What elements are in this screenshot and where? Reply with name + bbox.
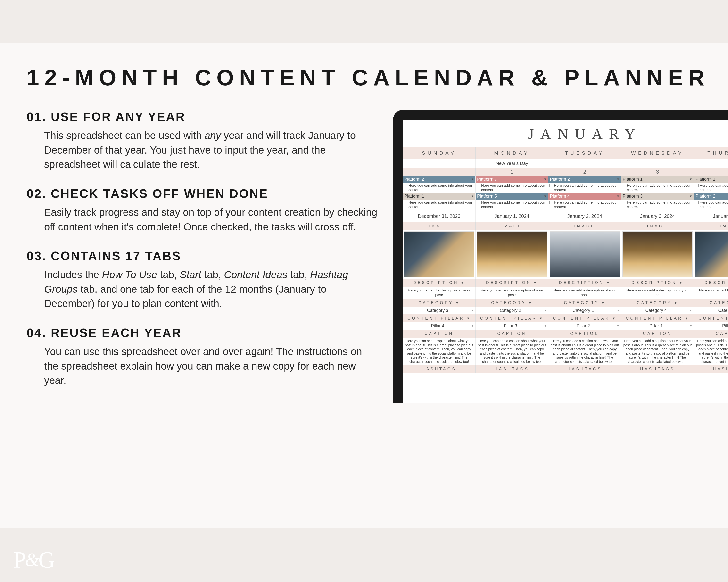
platform-dropdown[interactable]: Platform 3▼ xyxy=(621,193,694,200)
platform-cell: Platform 2▼Here you can add some info ab… xyxy=(403,176,476,193)
platform-cell: Platform 2▼Here you can add some info ab… xyxy=(694,193,728,210)
section-header: IMAGE xyxy=(403,222,476,230)
desc-row: Here you can add a description of your p… xyxy=(403,287,728,299)
task-checkbox[interactable] xyxy=(549,201,553,204)
feature-3: 03. CONTAINS 17 TABS Includes the How To… xyxy=(27,249,379,311)
description-cell: Here you can add a description of your p… xyxy=(621,287,694,299)
platform-cell: Platform 1▼Here you can add some info ab… xyxy=(621,176,694,193)
section-header: CAPTION xyxy=(548,330,621,337)
task-checkbox[interactable] xyxy=(404,184,408,188)
pillar-dropdown[interactable]: Pillar 4▼ xyxy=(403,322,476,330)
feature-1: 01. USE FOR ANY YEAR This spreadsheet ca… xyxy=(27,110,379,172)
desc-header-row: DESCRIPTION ▾DESCRIPTION ▾DESCRIPTION ▾D… xyxy=(403,279,728,287)
section-header: DESCRIPTION ▾ xyxy=(621,279,694,287)
platform-dropdown[interactable]: Platform 7▼ xyxy=(476,176,548,183)
platform-dropdown[interactable]: Platform 1▼ xyxy=(403,193,475,200)
section-header: HASHTAGS xyxy=(694,365,728,373)
platform-cell: Platform 1▼Here you can add some info ab… xyxy=(694,176,728,193)
bottom-band: P&G xyxy=(0,528,728,582)
thumbnail xyxy=(477,231,547,277)
page-content: 12-MONTH CONTENT CALENDAR & PLANNER 01. … xyxy=(0,43,728,528)
category-dropdown[interactable]: Category 3▼ xyxy=(403,307,476,314)
platform-cell: Platform 1▼Here you can add some info ab… xyxy=(403,193,476,210)
section-header: CONTENT PILLAR ▾ xyxy=(621,314,694,322)
task-checkbox[interactable] xyxy=(622,184,626,188)
image-header-row: IMAGEIMAGEIMAGEIMAGEIMAGE xyxy=(403,222,728,230)
top-band xyxy=(0,0,728,43)
chevron-down-icon: ▼ xyxy=(544,324,547,328)
platform-cell: Platform 2▼Here you can add some info ab… xyxy=(548,176,621,193)
chevron-down-icon: ▼ xyxy=(689,194,692,198)
task-checkbox[interactable] xyxy=(404,201,408,204)
platform-dropdown[interactable]: Platform 2▼ xyxy=(548,176,621,183)
caption-cell: Here you can add a caption about what yo… xyxy=(694,337,728,365)
feature-body: Includes the How To Use tab, Start tab, … xyxy=(27,268,379,311)
content-row: 01. USE FOR ANY YEAR This spreadsheet ca… xyxy=(27,100,728,403)
task-checkbox[interactable] xyxy=(695,201,699,204)
info-text: Here you can add some info about your co… xyxy=(700,183,728,192)
platform-dropdown[interactable]: Platform 1▼ xyxy=(621,176,694,183)
feature-body: Easily track progress and stay on top of… xyxy=(27,205,379,234)
platform-cell: Platform 7▼Here you can add some info ab… xyxy=(476,176,548,193)
laptop-screen: JANUARY SUNDAY MONDAY TUESDAY WEDNESDAY … xyxy=(393,110,728,403)
chevron-down-icon: ▼ xyxy=(689,177,692,181)
section-header: CAPTION xyxy=(476,330,548,337)
section-header: CAPTION xyxy=(694,330,728,337)
section-header: DESCRIPTION ▾ xyxy=(694,279,728,287)
section-header: IMAGE xyxy=(694,222,728,230)
description-cell: Here you can add a description of your p… xyxy=(548,287,621,299)
task-checkbox[interactable] xyxy=(476,184,480,188)
task-checkbox[interactable] xyxy=(695,184,699,188)
info-text: Here you can add some info about your co… xyxy=(700,200,728,209)
platform-dropdown[interactable]: Platform 2▼ xyxy=(694,193,728,200)
pillar-header-row: CONTENT PILLAR ▾CONTENT PILLAR ▾CONTENT … xyxy=(403,314,728,322)
section-header: CAPTION xyxy=(621,330,694,337)
chevron-down-icon: ▼ xyxy=(471,324,474,328)
caption-cell: Here you can add a caption about what yo… xyxy=(403,337,476,365)
task-checkbox[interactable] xyxy=(549,184,553,188)
platform-dropdown[interactable]: Platform 5▼ xyxy=(476,193,548,200)
category-dropdown[interactable]: Category 4▼ xyxy=(621,307,694,314)
chevron-down-icon: ▼ xyxy=(544,177,547,181)
section-header: DESCRIPTION ▾ xyxy=(548,279,621,287)
caption-cell: Here you can add a caption about what yo… xyxy=(621,337,694,365)
description-cell: Here you can add a description of your p… xyxy=(403,287,476,299)
info-text: Here you can add some info about your co… xyxy=(409,183,474,192)
laptop-mockup: JANUARY SUNDAY MONDAY TUESDAY WEDNESDAY … xyxy=(393,95,728,403)
feature-heading: 03. CONTAINS 17 TABS xyxy=(27,249,379,263)
thumbnail xyxy=(622,231,693,277)
section-header: CATEGORY ▾ xyxy=(548,299,621,307)
weekday-cell: SUNDAY xyxy=(403,147,476,159)
caption-cell: Here you can add a caption about what yo… xyxy=(548,337,621,365)
feature-2: 02. CHECK TASKS OFF WHEN DONE Easily tra… xyxy=(27,187,379,234)
chevron-down-icon: ▼ xyxy=(617,309,620,312)
task-checkbox[interactable] xyxy=(622,201,626,204)
section-header: DESCRIPTION ▾ xyxy=(476,279,548,287)
platform-dropdown[interactable]: Platform 4▼ xyxy=(548,193,621,200)
task-checkbox[interactable] xyxy=(476,201,480,204)
info-text: Here you can add some info about your co… xyxy=(554,183,620,192)
category-dropdown[interactable]: Category 2▼ xyxy=(476,307,548,314)
category-dropdown[interactable]: Category 1▼ xyxy=(548,307,621,314)
chevron-down-icon: ▼ xyxy=(690,309,692,312)
info-text: Here you can add some info about your co… xyxy=(627,183,693,192)
platform-cell: Platform 4▼Here you can add some info ab… xyxy=(548,193,621,210)
platform-dropdown[interactable]: Platform 1▼ xyxy=(694,176,728,183)
page-title: 12-MONTH CONTENT CALENDAR & PLANNER xyxy=(27,43,728,100)
info-text: Here you can add some info about your co… xyxy=(554,200,620,209)
pillar-dropdown[interactable]: Pillar 2▼ xyxy=(548,322,621,330)
pillar-dropdown[interactable]: Pillar 3▼ xyxy=(476,322,548,330)
platform-dropdown[interactable]: Platform 2▼ xyxy=(403,176,475,183)
feature-heading: 01. USE FOR ANY YEAR xyxy=(27,110,379,124)
category-dropdown[interactable]: Category 2▼ xyxy=(694,307,728,314)
pillar-dropdown[interactable]: Pillar 1▼ xyxy=(621,322,694,330)
feature-heading: 04. REUSE EACH YEAR xyxy=(27,326,379,340)
pillar-dropdown[interactable]: Pillar 2▼ xyxy=(694,322,728,330)
thumbnail xyxy=(404,231,474,277)
section-header: IMAGE xyxy=(548,222,621,230)
chevron-down-icon: ▼ xyxy=(471,309,474,312)
section-header: CONTENT PILLAR ▾ xyxy=(476,314,548,322)
weekday-cell: MONDAY xyxy=(476,147,548,159)
section-header: CATEGORY ▾ xyxy=(403,299,476,307)
platform-cell: Platform 3▼Here you can add some info ab… xyxy=(621,193,694,210)
